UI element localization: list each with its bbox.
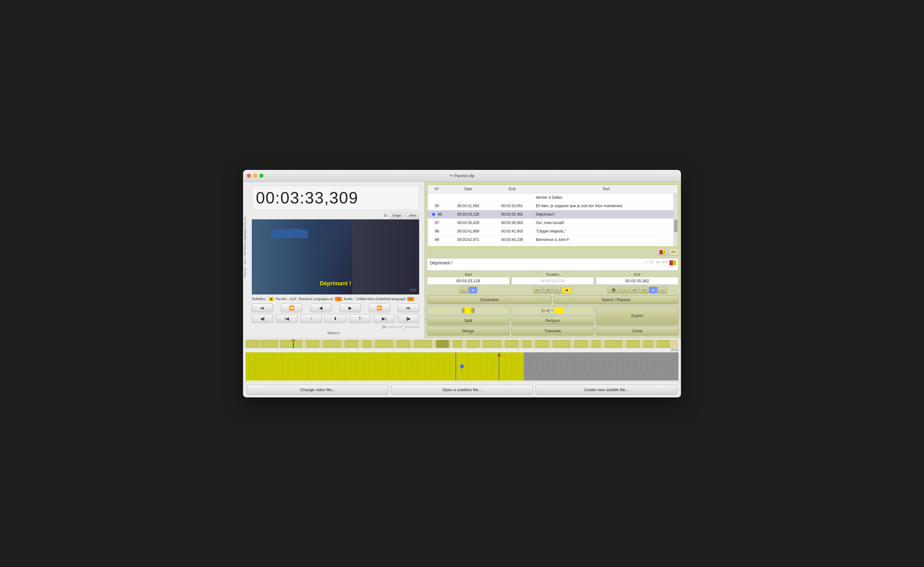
play-btn[interactable]: ▶ xyxy=(339,304,361,312)
sub-block xyxy=(657,340,670,347)
merge-button[interactable]: Merge xyxy=(427,326,510,335)
skip-back-start-btn[interactable]: ⏮ xyxy=(252,304,273,312)
origin-button[interactable]: Origin xyxy=(389,212,404,218)
fast-fwd-btn[interactable]: ⏩ xyxy=(369,304,390,312)
resync-button[interactable]: ReSync xyxy=(512,316,594,325)
table-row[interactable]: 99 00:03:42,971 00:03:45,239 Bienvenue à… xyxy=(428,236,678,244)
sub-block xyxy=(375,340,393,347)
subtitle-overlay: Déprimant ! xyxy=(320,280,351,287)
table-scrollbar[interactable] xyxy=(674,193,678,246)
speed-controls: 1x Origin Infos xyxy=(252,212,419,218)
figure-right xyxy=(352,220,419,295)
timing-row: Start 00:03:33,128 Duration 00:00:02,234… xyxy=(427,272,678,285)
search-replace-btn[interactable]: Search / Replace xyxy=(554,295,678,304)
svg-rect-3 xyxy=(671,251,676,251)
center-strip-indicator xyxy=(555,308,564,313)
text-edit-area[interactable]: Déprimant ! c : 11 c/s : 4.9 xyxy=(427,258,678,271)
infos-button[interactable]: Infos xyxy=(406,212,419,218)
split-button[interactable]: Split xyxy=(427,316,510,325)
go-end-btn[interactable]: ← xyxy=(621,287,629,293)
duration-value[interactable]: 00:00:02,234 xyxy=(512,277,594,285)
skip-end-btn[interactable]: ⏭ xyxy=(398,304,419,312)
timing-duration: Duration 00:00:02,234 xyxy=(512,272,594,285)
row-start: 00:03:35,429 xyxy=(446,220,490,226)
back-end-btn[interactable]: ◁ xyxy=(630,287,639,293)
go-start-btn[interactable]: ← xyxy=(459,287,468,293)
sub-back-btn[interactable]: ◁ xyxy=(543,287,552,293)
markers-label: Markers xyxy=(243,331,424,335)
row-text: Oui, mais lucratif . xyxy=(534,220,678,226)
back-btn[interactable]: ◀ xyxy=(310,304,332,312)
step-end-btn[interactable]: |▶ xyxy=(398,314,419,323)
create-subtitle-btn[interactable]: Create new subtitle file... xyxy=(536,385,677,395)
row-num: 97 xyxy=(428,220,446,226)
constraints-btn[interactable]: Constraints xyxy=(427,295,552,304)
sub-block xyxy=(345,340,358,347)
sub-play-btn[interactable]: ▷ xyxy=(534,287,542,293)
playback-speed-label: 1x xyxy=(382,325,386,329)
sub-block xyxy=(592,340,601,347)
step-back-start-btn[interactable]: ◀| xyxy=(252,314,273,323)
end-play-btn[interactable]: ● xyxy=(649,287,657,293)
timing-end: End 00:03:35,362 xyxy=(596,272,678,285)
svg-rect-4 xyxy=(671,252,675,253)
svg-rect-0 xyxy=(659,250,663,254)
row-end: 00:03:35,362 xyxy=(490,212,534,217)
change-video-btn[interactable]: Change video file... xyxy=(247,385,388,395)
sub-mark-btn[interactable]: ■ xyxy=(562,287,572,293)
flag-icon-btn[interactable] xyxy=(658,249,667,256)
duration-label: Duration xyxy=(512,272,594,276)
set-timecode-btn[interactable]: ⬇ xyxy=(325,314,346,323)
subtitle-track[interactable] xyxy=(246,340,678,348)
col-end: End xyxy=(490,186,534,192)
timecode-display: 00:03:33,309 xyxy=(252,185,419,210)
fast-back-btn[interactable]: ⏪ xyxy=(281,304,302,312)
table-row[interactable]: 95 00:03:31,093 00:03:33,061 Eh bien, je… xyxy=(428,202,678,210)
subtitle-playhead xyxy=(293,340,294,348)
play-controls-row: ← ● ▷ ◁ → ■ ⧉ ← ◁ ◁ ● → xyxy=(427,287,678,293)
edit-icon-btn[interactable] xyxy=(669,249,678,256)
fwd-end-btn[interactable]: ◁ xyxy=(639,287,648,293)
title-bar: ✂ PanAm.sfp xyxy=(243,170,681,182)
visual-strip-center[interactable]: ▷ ◁ → xyxy=(512,306,594,315)
table-row-active[interactable]: 96 00:03:33,128 00:03:35,362 Déprimant ! xyxy=(428,210,678,219)
close-button[interactable] xyxy=(247,174,251,178)
sub-fwd-btn[interactable]: → xyxy=(552,287,561,293)
play-start-btn[interactable]: ● xyxy=(469,287,477,293)
maximize-button[interactable] xyxy=(259,174,263,178)
export-button[interactable]: Export xyxy=(596,306,678,325)
row-start: 00:03:31,093 xyxy=(446,203,490,209)
speed-slider[interactable] xyxy=(388,326,419,328)
timecode-value: 00:03:33,309 xyxy=(256,188,415,207)
step-frame-back-btn[interactable]: |◀ xyxy=(276,314,297,323)
translate-button[interactable]: Translate xyxy=(512,326,594,335)
video-area: Déprimant ! CITY xyxy=(252,220,419,295)
minimize-button[interactable] xyxy=(253,174,257,178)
table-body: dernier à Dallas. 95 00:03:31,093 00:03:… xyxy=(428,193,678,246)
end-value[interactable]: 00:03:35,362 xyxy=(596,277,678,285)
open-subtitles-btn[interactable]: Open a subtitles file... xyxy=(391,385,533,395)
waveform-track[interactable] xyxy=(246,352,678,381)
transport-row-2: ◀| |◀ ↑ ⬇ † ▶| |▶ xyxy=(252,314,419,323)
audio-label: Audio : xyxy=(344,297,354,301)
close-button[interactable]: Close xyxy=(596,326,678,335)
row-num: 99 xyxy=(428,237,446,242)
table-row[interactable]: 98 00:03:41,669 00:03:42,903 "Clipper Ma… xyxy=(428,227,678,236)
video-placeholder: Déprimant ! CITY xyxy=(252,220,419,295)
copy-btn[interactable]: ⧉ xyxy=(608,287,620,293)
visual-strip-left[interactable] xyxy=(427,306,510,315)
sub-end-btn[interactable]: † xyxy=(349,314,370,323)
audio-indicator: 🔊 xyxy=(407,297,414,301)
table-row[interactable]: dernier à Dallas. xyxy=(428,193,678,202)
table-row[interactable]: 97 00:03:35,429 00:03:36,563 Oui, mais l… xyxy=(428,219,678,227)
skip-end-play-btn[interactable]: → xyxy=(658,287,667,293)
sub-block xyxy=(246,340,259,347)
center-play-controls: ▷ ◁ → ■ xyxy=(512,287,594,293)
row-num: 96 xyxy=(428,212,446,217)
step-fwd-btn[interactable]: ▶| xyxy=(374,314,395,323)
sub-start-btn[interactable]: ↑ xyxy=(301,314,322,323)
start-value[interactable]: 00:03:33,128 xyxy=(427,277,510,285)
bottom-buttons: Change video file... Open a subtitles fi… xyxy=(243,382,681,397)
vertical-label: Pan Am – 1x14 – Romance Languages (VO).a… xyxy=(243,217,246,277)
row-text: "Clipper Majestic," xyxy=(534,229,678,234)
